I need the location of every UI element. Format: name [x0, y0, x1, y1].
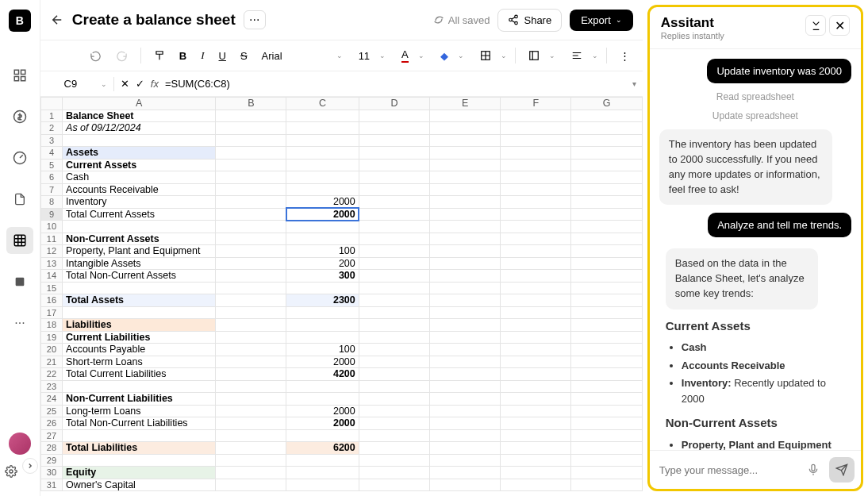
cell[interactable] — [359, 159, 429, 171]
row-header[interactable]: 17 — [40, 306, 62, 319]
cell[interactable]: Inventory — [63, 196, 216, 209]
row-header[interactable]: 20 — [40, 344, 62, 356]
cell[interactable] — [501, 183, 571, 196]
cell[interactable] — [571, 442, 642, 455]
border-button[interactable] — [475, 47, 496, 64]
cell[interactable] — [216, 183, 286, 196]
cell[interactable] — [571, 183, 642, 196]
cell[interactable] — [430, 110, 501, 122]
cell[interactable] — [216, 356, 286, 368]
cell[interactable] — [286, 221, 359, 233]
cell[interactable] — [359, 233, 429, 245]
italic-button[interactable]: I — [196, 46, 209, 65]
cell[interactable] — [286, 147, 359, 160]
cell[interactable]: Total Non-Current Assets — [63, 270, 216, 283]
cell[interactable] — [501, 454, 571, 467]
row-header[interactable]: 25 — [40, 405, 62, 417]
cell[interactable] — [216, 221, 286, 233]
cell[interactable]: Total Non-Current Liabilities — [63, 417, 216, 430]
cell[interactable] — [501, 319, 571, 332]
row-header[interactable]: 6 — [40, 171, 62, 184]
cell[interactable] — [286, 282, 359, 294]
cell[interactable]: Current Liabilities — [63, 331, 216, 344]
cell[interactable] — [359, 122, 429, 135]
cell[interactable]: Liabilities — [63, 319, 216, 332]
cell[interactable]: Short-term Loans — [63, 356, 216, 368]
cell[interactable] — [216, 393, 286, 406]
cell[interactable]: Non-Current Liabilities — [63, 393, 216, 406]
cell[interactable] — [430, 294, 501, 307]
row-header[interactable]: 8 — [40, 196, 62, 209]
toolbar-overflow-button[interactable]: ⋮ — [615, 47, 635, 65]
collapse-icon[interactable] — [22, 458, 38, 474]
cell[interactable] — [501, 221, 571, 233]
font-color-button[interactable]: A — [397, 45, 413, 66]
cell[interactable]: 4200 — [286, 368, 359, 381]
assistant-close-icon[interactable]: ✕ — [829, 15, 850, 36]
cell[interactable] — [571, 110, 642, 122]
cell[interactable] — [359, 344, 429, 356]
col-header[interactable]: F — [501, 98, 571, 110]
cell[interactable] — [501, 393, 571, 406]
cell[interactable]: Assets — [63, 147, 216, 160]
cell[interactable] — [359, 331, 429, 344]
cell[interactable] — [216, 417, 286, 430]
cell[interactable] — [216, 159, 286, 171]
cell[interactable] — [430, 429, 501, 442]
cell[interactable]: 6200 — [286, 442, 359, 455]
cell[interactable] — [430, 319, 501, 332]
cell[interactable] — [430, 368, 501, 381]
col-header[interactable]: E — [430, 98, 501, 110]
row-header[interactable]: 19 — [40, 331, 62, 344]
cell[interactable] — [571, 467, 642, 479]
cell[interactable] — [501, 294, 571, 307]
cell[interactable] — [359, 368, 429, 381]
cell[interactable] — [571, 393, 642, 406]
cell[interactable] — [571, 282, 642, 294]
cell[interactable] — [430, 282, 501, 294]
cell[interactable] — [430, 147, 501, 160]
cell[interactable] — [501, 196, 571, 209]
cell[interactable] — [63, 282, 216, 294]
accept-formula-icon[interactable]: ✓ — [136, 78, 144, 90]
cell[interactable] — [430, 221, 501, 233]
row-header[interactable]: 9 — [40, 208, 62, 221]
cell[interactable] — [286, 429, 359, 442]
cell[interactable]: Equity — [63, 467, 216, 479]
cell[interactable] — [359, 147, 429, 160]
cell[interactable] — [430, 270, 501, 283]
cell[interactable] — [501, 331, 571, 344]
cell[interactable] — [286, 331, 359, 344]
cell[interactable] — [430, 245, 501, 258]
share-button[interactable]: Share — [497, 9, 562, 32]
cell[interactable]: As of 09/12/2024 — [63, 122, 216, 135]
cell[interactable] — [216, 245, 286, 258]
cell[interactable]: 2000 — [286, 417, 359, 430]
filter-dropdown-icon[interactable]: ▾ — [632, 79, 636, 88]
cell[interactable] — [430, 467, 501, 479]
font-size-selector[interactable]: 11 — [354, 47, 374, 65]
cell[interactable] — [359, 245, 429, 258]
cell[interactable] — [571, 245, 642, 258]
cell[interactable] — [359, 134, 429, 147]
cell[interactable]: 2000 — [286, 356, 359, 368]
cell[interactable] — [501, 380, 571, 393]
cell[interactable] — [571, 405, 642, 417]
cell[interactable] — [571, 257, 642, 270]
cell[interactable]: Total Assets — [63, 294, 216, 307]
chat-thread[interactable]: Update inventory was 2000 Read spreadshe… — [650, 49, 861, 450]
cell[interactable] — [63, 429, 216, 442]
cell[interactable]: 100 — [286, 245, 359, 258]
cell[interactable] — [216, 429, 286, 442]
cell[interactable] — [216, 319, 286, 332]
cell[interactable] — [571, 380, 642, 393]
cell[interactable]: Accounts Payable — [63, 344, 216, 356]
row-header[interactable]: 7 — [40, 183, 62, 196]
settings-icon[interactable] — [2, 458, 21, 485]
cell[interactable] — [430, 134, 501, 147]
cell[interactable] — [359, 467, 429, 479]
cell[interactable] — [216, 380, 286, 393]
cell[interactable] — [359, 221, 429, 233]
row-header[interactable]: 14 — [40, 270, 62, 283]
cell[interactable] — [216, 306, 286, 319]
